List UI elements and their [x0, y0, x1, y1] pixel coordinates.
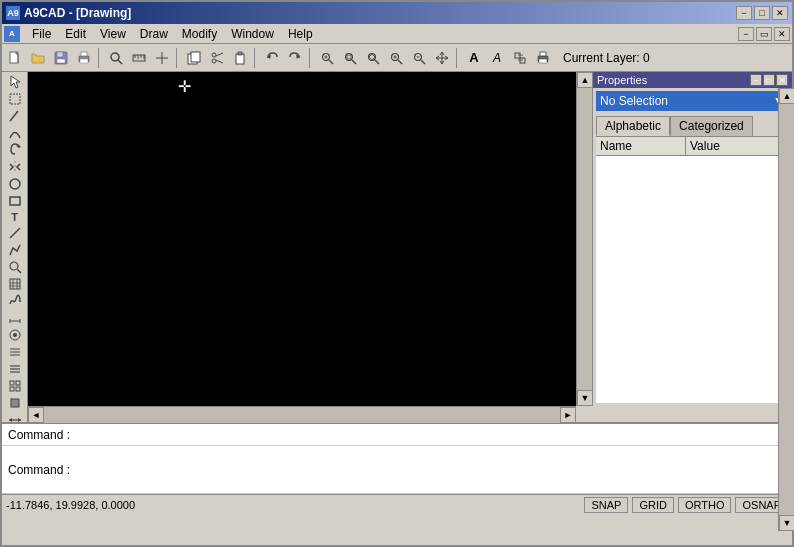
ruler-button[interactable]: [128, 47, 150, 69]
line-tool[interactable]: [5, 225, 25, 241]
menu-file[interactable]: File: [26, 25, 57, 43]
menu-window[interactable]: Window: [225, 25, 280, 43]
select-tool[interactable]: [5, 74, 25, 90]
svg-rect-50: [539, 59, 547, 63]
zoom-tool[interactable]: [5, 259, 25, 275]
v-scroll-up-button[interactable]: ▲: [577, 72, 593, 88]
sep1: [98, 48, 102, 68]
status-bar: -11.7846, 19.9928, 0.0000 SNAP GRID ORTH…: [2, 494, 792, 514]
h-scroll-track[interactable]: [44, 407, 560, 423]
text2-button[interactable]: A: [486, 47, 508, 69]
zoom-all-button[interactable]: [339, 47, 361, 69]
pan-button[interactable]: [431, 47, 453, 69]
open-button[interactable]: [27, 47, 49, 69]
svg-line-52: [10, 111, 18, 121]
dimension-tool[interactable]: [5, 310, 25, 326]
mirror-tool[interactable]: [5, 159, 25, 175]
v-scroll-down-button[interactable]: ▼: [577, 390, 593, 406]
menu-modify[interactable]: Modify: [176, 25, 223, 43]
copy-props-button[interactable]: [183, 47, 205, 69]
save-button[interactable]: [50, 47, 72, 69]
h-scroll-right-button[interactable]: ►: [560, 407, 576, 423]
new-button[interactable]: [4, 47, 26, 69]
close-button[interactable]: ✕: [772, 6, 788, 20]
block-tool[interactable]: [5, 395, 25, 411]
grid-tool[interactable]: [5, 378, 25, 394]
menu-edit[interactable]: Edit: [59, 25, 92, 43]
v-scroll-track[interactable]: [577, 88, 592, 390]
panel-restore-button[interactable]: ▭: [763, 74, 775, 86]
inner-minimize-button[interactable]: −: [738, 27, 754, 41]
tab-categorized[interactable]: Categorized: [670, 116, 753, 136]
svg-marker-84: [18, 418, 21, 422]
scissors-button[interactable]: [206, 47, 228, 69]
redo-button[interactable]: [284, 47, 306, 69]
property-table-header: Name Value: [596, 137, 789, 156]
circle-tool[interactable]: [5, 176, 25, 192]
rect-tool[interactable]: [5, 193, 25, 209]
inner-close-button[interactable]: ✕: [774, 27, 790, 41]
h-scroll-left-button[interactable]: ◄: [28, 407, 44, 423]
menu-view[interactable]: View: [94, 25, 132, 43]
svg-rect-45: [520, 58, 525, 63]
menu-draw[interactable]: Draw: [134, 25, 174, 43]
zoom-in-button[interactable]: [385, 47, 407, 69]
svg-rect-78: [16, 381, 20, 385]
snap-button[interactable]: SNAP: [584, 497, 628, 513]
properties-tool[interactable]: [5, 361, 25, 377]
inner-restore-button[interactable]: ▭: [756, 27, 772, 41]
canvas-vertical-scrollbar[interactable]: ▲ ▼: [576, 72, 592, 406]
inner-window-controls: − ▭ ✕: [738, 27, 790, 41]
drawing-canvas[interactable]: ✛: [28, 72, 576, 406]
pencil-tool[interactable]: [5, 108, 25, 124]
svg-point-9: [111, 53, 119, 61]
text-button[interactable]: A: [463, 47, 485, 69]
tab-alphabetic[interactable]: Alphabetic: [596, 116, 670, 136]
svg-line-22: [216, 53, 223, 56]
rp-scroll-down[interactable]: ▼: [779, 515, 794, 531]
selection-dropdown[interactable]: No Selection ▼: [596, 91, 789, 111]
canvas-horizontal-scrollbar[interactable]: ◄ ►: [28, 406, 576, 422]
ortho-button[interactable]: ORTHO: [678, 497, 732, 513]
crosshair-button[interactable]: [151, 47, 173, 69]
move-tool[interactable]: [5, 412, 25, 422]
command-line-2[interactable]: Command :: [2, 446, 792, 494]
maximize-button[interactable]: □: [754, 6, 770, 20]
svg-marker-54: [18, 144, 21, 148]
panel-minimize-button[interactable]: −: [750, 74, 762, 86]
paste-button[interactable]: [229, 47, 251, 69]
property-tabs: Alphabetic Categorized: [596, 116, 789, 137]
properties-panel: Properties − ▭ ✕ No Selection ▼ Alphabet…: [592, 72, 792, 406]
coordinates-display: -11.7846, 19.9928, 0.0000: [6, 499, 166, 511]
rp-scroll-up[interactable]: ▲: [779, 88, 794, 104]
snap-tool[interactable]: [5, 327, 25, 343]
hatch-tool[interactable]: [5, 276, 25, 292]
grid-button[interactable]: GRID: [632, 497, 674, 513]
svg-rect-25: [238, 52, 242, 55]
polyline-tool[interactable]: [5, 242, 25, 258]
text-tool[interactable]: T: [5, 210, 25, 224]
select-rect-tool[interactable]: [5, 91, 25, 107]
svg-rect-79: [10, 387, 14, 391]
rp-scroll-track[interactable]: [779, 104, 794, 515]
spline-tool[interactable]: [5, 293, 25, 309]
arc-tool[interactable]: [5, 125, 25, 141]
svg-rect-19: [191, 52, 200, 62]
svg-rect-44: [515, 53, 520, 58]
app-menu-icon[interactable]: A: [4, 26, 20, 42]
zoom-extent-button[interactable]: [362, 47, 384, 69]
layers-tool[interactable]: [5, 344, 25, 360]
right-panel-vscrollbar[interactable]: ▲ ▼: [778, 88, 794, 531]
zoom-out-button[interactable]: [408, 47, 430, 69]
menu-help[interactable]: Help: [282, 25, 319, 43]
find-button[interactable]: [105, 47, 127, 69]
print3-button[interactable]: [532, 47, 554, 69]
undo-button[interactable]: [261, 47, 283, 69]
print-button[interactable]: [73, 47, 95, 69]
svg-point-70: [13, 333, 17, 337]
zoom-window-button[interactable]: [316, 47, 338, 69]
insert-block-button[interactable]: [509, 47, 531, 69]
rotate-tool[interactable]: [5, 142, 25, 158]
panel-close-button[interactable]: ✕: [776, 74, 788, 86]
minimize-button[interactable]: −: [736, 6, 752, 20]
